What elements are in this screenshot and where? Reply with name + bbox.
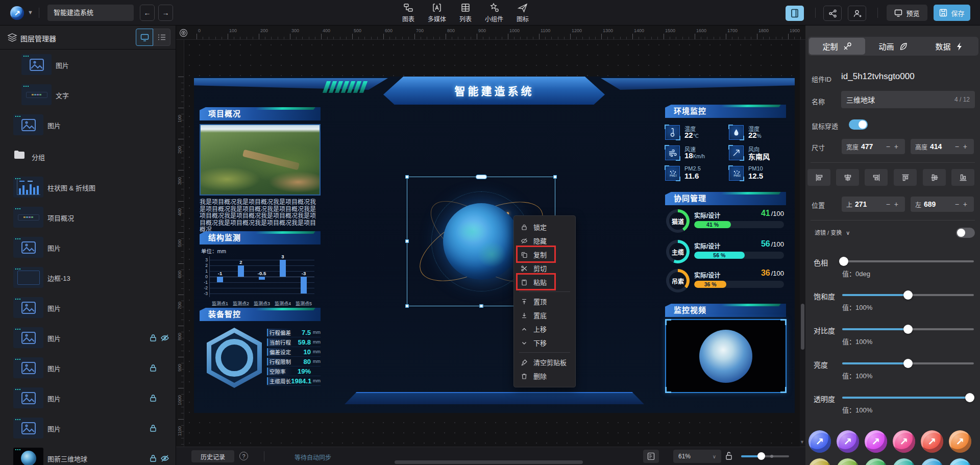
menu-item-icon[interactable]: 图标 [517,3,529,23]
minus-button[interactable]: − [953,142,961,151]
zoom-slider-knob[interactable] [757,452,765,460]
share-button[interactable] [823,6,842,21]
help-icon[interactable]: ? [239,452,248,460]
theme-swatch[interactable] [865,458,887,465]
minus-button[interactable]: − [953,200,961,208]
align-top-button[interactable] [894,169,917,186]
vertical-scrollbar[interactable] [800,40,805,447]
app-logo[interactable] [10,6,24,20]
align-right-button[interactable] [865,169,888,186]
menu-item-send-to-back[interactable]: 置底 [514,308,575,322]
layer-row-earth[interactable]: 图新三维地球 [0,443,176,465]
layer-row-image[interactable]: 图片 [0,110,176,140]
project-title-input[interactable]: 智能建造系统 [47,5,134,21]
horizontal-scrollbar-thumb[interactable] [395,460,583,464]
plus-button[interactable]: + [892,200,900,208]
opacity-slider[interactable] [842,397,974,399]
filter-section-label[interactable]: 滤镜 / 变换∨ [815,228,850,236]
layer-row-image[interactable]: 图片 [0,383,176,413]
slider-knob[interactable] [903,359,913,368]
resize-handle-nw[interactable] [405,175,409,179]
scrollbar-thumb[interactable] [801,304,804,350]
align-left-button[interactable] [807,169,830,186]
layer-row-text[interactable]: 项目概况 [0,202,176,232]
menu-item-move-up[interactable]: 上移 [514,322,575,336]
layer-row-image[interactable]: 图片 [0,232,176,262]
resize-handle-ne[interactable] [553,175,557,179]
list-view-toggle[interactable] [153,29,170,46]
layer-row-text[interactable]: 文字 [0,80,176,110]
slider-knob[interactable] [839,257,848,266]
theme-swatch[interactable] [949,430,971,453]
eye-off-icon[interactable] [160,454,169,462]
layer-row-image[interactable]: 图片 [0,50,176,80]
save-button[interactable]: 保存 [934,5,970,21]
console-panel-button[interactable] [643,450,659,463]
align-center-horizontal-button[interactable] [836,169,859,186]
theme-swatch[interactable] [837,458,859,465]
theme-swatch[interactable] [893,458,915,465]
theme-swatch[interactable] [949,458,971,465]
brightness-slider[interactable] [842,362,974,364]
menu-item-lock[interactable]: 锁定 [514,220,575,234]
theme-swatch[interactable] [808,458,831,465]
slider-knob[interactable] [903,290,913,300]
theme-swatch[interactable] [921,458,943,465]
plus-button[interactable]: + [961,200,969,208]
menu-item-chart[interactable]: 图表 [402,3,414,23]
ruler-origin-icon[interactable] [179,28,188,38]
layer-row-image[interactable]: 图片 [0,353,176,383]
lock-icon[interactable] [150,334,157,342]
top-stepper[interactable]: 上271 −+ [842,197,905,212]
minus-button[interactable]: − [884,200,892,208]
left-stepper[interactable]: 左689 −+ [911,197,974,212]
user-button[interactable] [848,6,866,21]
lock-icon[interactable] [150,454,157,462]
menu-item-media[interactable]: 多媒体 [428,3,446,23]
theme-swatch[interactable] [921,430,943,453]
filter-toggle[interactable] [956,228,975,238]
lock-icon[interactable] [150,364,157,372]
menu-item-clear-clipboard[interactable]: 清空剪贴板 [514,355,575,369]
history-button[interactable]: 历史记录 [191,450,234,462]
theme-swatch[interactable] [893,430,915,453]
mouse-through-toggle[interactable] [849,119,868,130]
layer-row-image[interactable]: 图片 [0,413,176,443]
layer-row-image[interactable]: 图片 [0,292,176,323]
saturation-slider[interactable] [842,294,974,296]
align-center-vertical-button[interactable] [923,169,946,186]
editor-canvas[interactable]: 0100200300400500600700800900100011001200… [176,26,805,465]
slider-knob[interactable] [903,325,913,334]
minus-button[interactable]: − [884,142,892,151]
zoom-lock-icon[interactable] [725,451,732,460]
theme-swatch[interactable] [808,430,831,453]
tab-data[interactable]: 数据 [921,38,977,55]
canvas-view-toggle[interactable] [136,29,153,46]
tab-customize[interactable]: 定制 [809,38,865,55]
width-stepper[interactable]: 宽度477 −+ [842,139,905,154]
name-input[interactable]: 三维地球 4 / 12 [841,91,975,108]
menu-item-table[interactable]: 列表 [459,3,472,23]
resize-handle-s[interactable] [479,304,483,308]
slider-knob[interactable] [965,393,974,402]
plus-button[interactable]: + [961,142,969,151]
hue-slider[interactable] [842,260,974,262]
eye-off-icon[interactable] [160,334,169,342]
layer-row-chart[interactable]: 柱状图 & 折线图 [0,172,176,202]
layer-row-border[interactable]: 边框-13 [0,262,176,292]
height-stepper[interactable]: 高度414 −+ [911,139,974,154]
layer-row-group[interactable]: 分组 [0,140,176,172]
lock-icon[interactable] [150,424,157,432]
menu-item-bring-to-front[interactable]: 置顶 [514,295,575,308]
resize-handle-w[interactable] [405,239,409,243]
scrollbar-arrow-down[interactable]: ▼ [800,439,804,445]
theme-swatch[interactable] [837,430,859,453]
preview-button[interactable]: 预览 [887,5,927,21]
contrast-slider[interactable] [842,328,974,330]
menu-item-move-down[interactable]: 下移 [514,336,575,350]
library-panel-button[interactable] [786,6,804,21]
theme-swatch[interactable] [865,430,887,453]
layer-row-image[interactable]: 图片 [0,323,176,353]
tab-animation[interactable]: 动画 [865,38,921,55]
resize-handle-sw[interactable] [405,304,409,308]
